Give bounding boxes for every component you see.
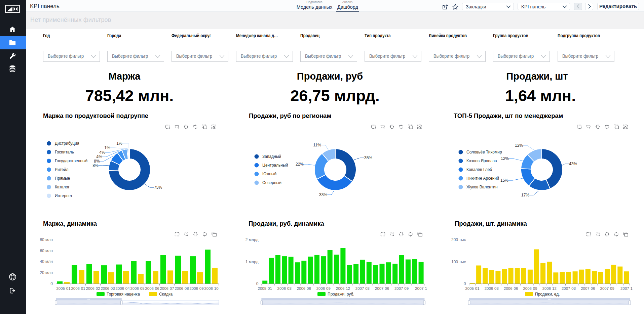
svg-text:43%: 43%: [569, 162, 577, 166]
svg-text:2006-02: 2006-02: [86, 286, 100, 290]
svg-text:17%: 17%: [521, 193, 529, 197]
svg-text:8%: 8%: [92, 163, 99, 168]
svg-text:Никитин Арсений: Никитин Арсений: [466, 176, 499, 181]
svg-text:0: 0: [256, 281, 259, 286]
svg-text:1 млрд: 1 млрд: [245, 260, 259, 264]
svg-text:2007-1: 2007-1: [415, 286, 427, 290]
svg-text:2007-09: 2007-09: [600, 286, 614, 290]
svg-text:0: 0: [50, 281, 53, 286]
svg-text:Ритейл: Ритейл: [55, 167, 68, 172]
svg-text:1%: 1%: [104, 145, 110, 150]
svg-text:Госпиталь: Госпиталь: [55, 150, 74, 154]
svg-text:Западный: Западный: [262, 154, 281, 159]
svg-text:2006-09: 2006-09: [523, 286, 537, 290]
svg-text:22%: 22%: [296, 162, 304, 167]
svg-text:12%: 12%: [501, 156, 509, 161]
svg-text:11%: 11%: [313, 143, 321, 147]
svg-text:0: 0: [464, 281, 466, 286]
svg-text:2005-01: 2005-01: [465, 286, 479, 290]
svg-text:2006-09: 2006-09: [189, 286, 203, 290]
svg-text:100 тыс: 100 тыс: [451, 260, 466, 264]
svg-text:Соловьёв Тихомир: Соловьёв Тихомир: [466, 150, 502, 154]
svg-text:33%: 33%: [319, 192, 327, 197]
svg-text:2006-09: 2006-09: [316, 286, 331, 290]
svg-text:Скидка: Скидка: [159, 292, 173, 297]
svg-text:2007-03: 2007-03: [355, 286, 370, 290]
svg-text:Северный: Северный: [262, 180, 281, 185]
svg-text:Каталог: Каталог: [55, 185, 70, 189]
svg-text:Государственный: Государственный: [55, 159, 87, 163]
svg-text:2007-1: 2007-1: [620, 286, 633, 290]
svg-text:Интернет: Интернет: [55, 193, 73, 198]
svg-text:Продажи, шт. динамика: Продажи, шт. динамика: [455, 220, 527, 227]
svg-text:2006-05: 2006-05: [130, 286, 144, 290]
svg-text:8%: 8%: [94, 159, 100, 164]
svg-text:2006-01: 2006-01: [71, 286, 85, 290]
svg-text:2007-09: 2007-09: [394, 286, 409, 290]
svg-text:2 млрд: 2 млрд: [245, 237, 259, 242]
svg-text:15%: 15%: [500, 178, 508, 183]
svg-text:Жуков Валентин: Жуков Валентин: [466, 185, 498, 189]
svg-text:2006-06: 2006-06: [297, 286, 311, 290]
svg-text:Южный: Южный: [262, 172, 276, 176]
svg-text:2005-01: 2005-01: [56, 286, 70, 290]
svg-text:Продажи, ед.: Продажи, ед.: [535, 292, 560, 297]
svg-text:Торговая наценка: Торговая наценка: [107, 292, 140, 297]
svg-text:4%: 4%: [96, 154, 102, 159]
svg-text:Центральный: Центральный: [262, 163, 288, 168]
svg-text:Ковалёв Глеб: Ковалёв Глеб: [466, 167, 492, 172]
svg-text:4%: 4%: [99, 150, 105, 155]
svg-text:80 млн: 80 млн: [40, 237, 53, 242]
svg-text:35%: 35%: [364, 155, 372, 160]
svg-text:2006-03: 2006-03: [101, 286, 115, 290]
svg-text:20 млн: 20 млн: [40, 270, 53, 275]
svg-text:2007-06: 2007-06: [581, 286, 595, 290]
svg-text:Прямые: Прямые: [55, 176, 70, 181]
svg-text:40 млн: 40 млн: [40, 259, 53, 264]
svg-text:75%: 75%: [154, 185, 162, 190]
svg-text:2006-10: 2006-10: [204, 286, 218, 290]
svg-text:2006-03: 2006-03: [485, 286, 499, 290]
svg-text:Продажи, руб. динамика: Продажи, руб. динамика: [249, 220, 324, 227]
svg-text:1%: 1%: [116, 141, 122, 146]
svg-text:Продажи, руб.: Продажи, руб.: [328, 292, 354, 297]
svg-text:2005-01: 2005-01: [258, 286, 272, 290]
svg-text:60 млн: 60 млн: [40, 249, 53, 253]
svg-text:2007-06: 2007-06: [375, 286, 389, 290]
svg-text:Козлов Ярослав: Козлов Ярослав: [466, 159, 497, 163]
svg-text:Дистрибуция: Дистрибуция: [55, 141, 79, 146]
svg-text:2006-07: 2006-07: [160, 286, 174, 290]
svg-text:200 тыс: 200 тыс: [451, 237, 466, 242]
svg-text:2006-06: 2006-06: [504, 286, 518, 290]
svg-text:Маржа, динамика: Маржа, динамика: [43, 220, 97, 227]
svg-text:2006-12: 2006-12: [542, 286, 557, 290]
svg-text:12%: 12%: [515, 143, 523, 148]
svg-text:2007-03: 2007-03: [562, 286, 576, 290]
svg-text:2006-03: 2006-03: [277, 286, 292, 290]
svg-text:2006-12: 2006-12: [336, 286, 350, 290]
svg-text:2006-06: 2006-06: [145, 286, 159, 290]
svg-text:2006-08: 2006-08: [175, 286, 189, 290]
svg-text:2006-04: 2006-04: [115, 286, 130, 290]
